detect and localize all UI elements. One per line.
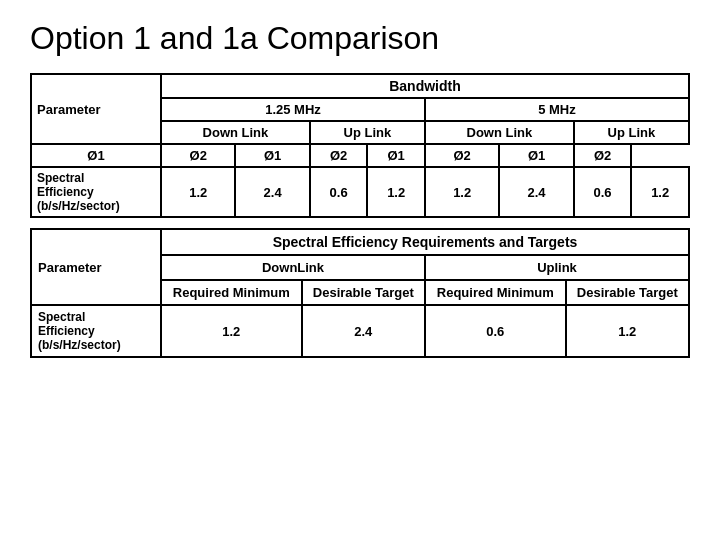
phi-7: Ø1 (499, 144, 573, 167)
phi-4: Ø2 (310, 144, 368, 167)
bottom-param-header: Parameter (31, 229, 161, 305)
bandwidth-header: Bandwidth (161, 74, 689, 98)
page-title: Option 1 and 1a Comparison (30, 20, 690, 57)
v3: 0.6 (310, 167, 368, 217)
v4: 1.2 (367, 167, 425, 217)
downlink-header-1: Down Link (161, 121, 310, 144)
phi-6: Ø2 (425, 144, 499, 167)
bottom-v1: 1.2 (161, 305, 302, 357)
v7: 0.6 (574, 167, 632, 217)
phi-row: Ø1 Ø2 Ø1 Ø2 Ø1 Ø2 Ø1 Ø2 (31, 144, 689, 167)
v8: 1.2 (631, 167, 689, 217)
uplink-header-2: Up Link (574, 121, 689, 144)
downlink-header-2: Down Link (425, 121, 574, 144)
top-param-header: Parameter (31, 74, 161, 144)
uplink-sub-header: Uplink (425, 255, 689, 280)
required-minimum-2: Required Minimum (425, 280, 566, 305)
top-table: Parameter Bandwidth 1.25 MHz 5 MHz Down … (30, 73, 690, 218)
phi-2: Ø2 (161, 144, 235, 167)
phi-1: Ø1 (31, 144, 161, 167)
bottom-table-wrapper: Parameter Spectral Efficiency Requiremen… (30, 228, 690, 358)
uplink-header-1: Up Link (310, 121, 425, 144)
bottom-v3: 0.6 (425, 305, 566, 357)
desirable-target-2: Desirable Target (566, 280, 689, 305)
phi-5: Ø1 (367, 144, 425, 167)
downlink-sub-header: DownLink (161, 255, 425, 280)
mhz5-header: 5 MHz (425, 98, 689, 121)
phi-8: Ø2 (574, 144, 632, 167)
required-minimum-1: Required Minimum (161, 280, 302, 305)
v5: 1.2 (425, 167, 499, 217)
v6: 2.4 (499, 167, 573, 217)
v2: 2.4 (235, 167, 309, 217)
desirable-target-1: Desirable Target (302, 280, 425, 305)
bottom-v4: 1.2 (566, 305, 689, 357)
phi-3: Ø1 (235, 144, 309, 167)
bottom-v2: 2.4 (302, 305, 425, 357)
bottom-spectral-label: SpectralEfficiency(b/s/Hz/sector) (31, 305, 161, 357)
top-table-wrapper: Parameter Bandwidth 1.25 MHz 5 MHz Down … (30, 73, 690, 218)
bottom-data-row: SpectralEfficiency(b/s/Hz/sector) 1.2 2.… (31, 305, 689, 357)
top-param-label: SpectralEfficiency(b/s/Hz/sector) (31, 167, 161, 217)
data-row: SpectralEfficiency(b/s/Hz/sector) 1.2 2.… (31, 167, 689, 217)
section-header: Spectral Efficiency Requirements and Tar… (161, 229, 689, 255)
mhz125-header: 1.25 MHz (161, 98, 425, 121)
v1: 1.2 (161, 167, 235, 217)
bottom-table: Parameter Spectral Efficiency Requiremen… (30, 228, 690, 358)
